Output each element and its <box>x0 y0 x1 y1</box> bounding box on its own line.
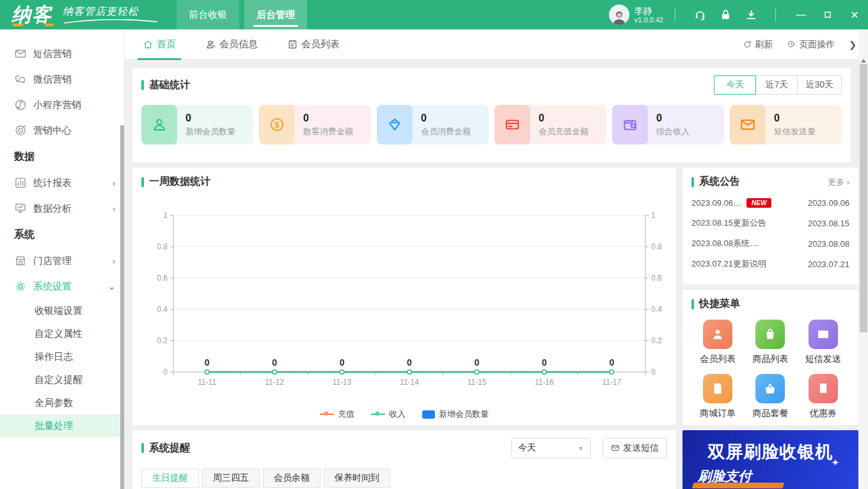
sidebar-subitem[interactable]: 全局参数 <box>0 391 124 414</box>
tabbar-chevron-icon[interactable]: ❯ <box>849 40 856 50</box>
legend-item[interactable]: 新增会员数量 <box>422 408 489 420</box>
bag-fill-icon <box>755 320 785 349</box>
user-info[interactable]: 李静 v1.0.0.42 <box>635 6 663 24</box>
announcement-row[interactable]: 2023.08.08系统…2023.08.08 <box>691 233 849 254</box>
tab-member[interactable]: 会员信息 <box>204 29 259 60</box>
sidebar: 短信营销微信营销小程序营销营销中心数据统计报表›数据分析›系统门店管理›系统设置… <box>0 29 125 489</box>
svg-text:11-16: 11-16 <box>535 378 554 387</box>
header-tab-backoffice[interactable]: 后台管理 <box>244 0 307 29</box>
sidebar-item[interactable]: 微信营销 <box>0 66 124 92</box>
stat-value: 0 <box>303 113 353 124</box>
svg-text:1: 1 <box>163 211 168 220</box>
sidebar-item-label: 门店管理 <box>33 255 72 267</box>
sidebar-item-label: 数据分析 <box>33 203 72 215</box>
quick-menu-item[interactable]: 短信发送 <box>805 320 841 365</box>
main-scrollbar-thumb[interactable] <box>860 64 867 332</box>
more-chevron-icon: › <box>847 177 849 187</box>
week-chart-panel: 一周数据统计 000.20.20.40.40.60.60.80.81111-11… <box>132 167 676 425</box>
maximize-icon[interactable] <box>814 0 841 29</box>
quick-menu-label: 商品列表 <box>752 353 788 365</box>
announcement-row[interactable]: 2023.08.15更新公告2023.08.15 <box>691 213 849 233</box>
range-button[interactable]: 近7天 <box>755 75 798 95</box>
sidebar-item[interactable]: 系统设置⌄ <box>0 274 124 299</box>
wechat-icon <box>14 73 27 86</box>
quick-menu-item[interactable]: 商品列表 <box>752 320 788 365</box>
announcements-more-link[interactable]: 更多 › <box>828 176 849 188</box>
scrollbar-up-arrow-icon[interactable] <box>861 59 866 63</box>
sidebar-item[interactable]: 小程序营销 <box>0 92 124 118</box>
basic-stats-title: 基础统计 <box>141 79 190 92</box>
list-icon <box>287 39 298 50</box>
legend-line-marker <box>371 414 385 415</box>
tab-home[interactable]: 首页 <box>141 29 177 60</box>
svg-text:0: 0 <box>475 357 480 368</box>
sidebar-scrollbar-thumb[interactable] <box>120 125 124 489</box>
announcement-row[interactable]: 2023.09.06…NEW2023.09.06 <box>691 192 849 213</box>
sidebar-section-label: 系统 <box>0 221 124 248</box>
sidebar-subitem[interactable]: 自定义属性 <box>0 322 124 345</box>
svg-text:11-12: 11-12 <box>265 378 284 387</box>
ad-banner[interactable]: 双屏刷脸收银机 刷脸支付 ✦ <box>683 430 858 489</box>
svg-text:0: 0 <box>542 357 547 368</box>
legend-label: 收入 <box>389 408 406 420</box>
send-sms-button[interactable]: 发送短信 <box>603 438 667 458</box>
quick-menu-item[interactable]: 商城订单 <box>700 374 736 419</box>
sidebar-item-label: 系统设置 <box>33 281 72 293</box>
doc-fill-icon <box>703 374 732 403</box>
chevron-right-icon: › <box>113 256 115 266</box>
store-icon <box>14 254 27 267</box>
sidebar-subitem[interactable]: 收银端设置 <box>0 299 124 322</box>
close-icon[interactable]: ✕ <box>841 0 868 29</box>
reminder-tab[interactable]: 保养时间到 <box>324 469 390 488</box>
page-ops-icon <box>787 40 796 49</box>
sidebar-subitem-label: 操作日志 <box>35 351 73 363</box>
support-headset-icon[interactable] <box>687 0 713 29</box>
legend-bar-marker <box>422 410 435 419</box>
sidebar-item[interactable]: 门店管理› <box>0 248 124 274</box>
legend-label: 充值 <box>338 408 354 420</box>
slogan-swoosh-line <box>63 19 159 24</box>
title-accent-bar <box>691 299 694 309</box>
stat-label: 散客消费金额 <box>303 126 353 137</box>
sparkle-icon: ✦ <box>831 457 839 469</box>
range-button[interactable]: 近30天 <box>797 75 842 95</box>
avatar[interactable] <box>609 4 629 25</box>
app-slogan-text: 纳客管店更轻松 <box>63 5 159 19</box>
range-button[interactable]: 今天 <box>714 75 756 95</box>
sidebar-item[interactable]: 统计报表› <box>0 170 124 196</box>
stat-card: 0综合收入 <box>612 105 724 144</box>
reminder-tab[interactable]: 会员余额 <box>263 469 320 488</box>
svg-text:11-11: 11-11 <box>198 378 216 387</box>
quick-menu-item[interactable]: 商品套餐 <box>752 374 788 419</box>
announcement-row[interactable]: 2023.07.21更新说明2023.07.21 <box>691 254 849 274</box>
reminder-date-select[interactable]: 今天 ▼ <box>511 438 591 458</box>
quick-menu-item[interactable]: 优惠券 <box>809 374 838 419</box>
sidebar-subitem[interactable]: 批量处理 <box>0 414 124 437</box>
download-icon[interactable] <box>738 0 764 29</box>
reminder-tab[interactable]: 生日提醒 <box>141 469 199 488</box>
svg-text:11-14: 11-14 <box>400 378 419 387</box>
sidebar-item[interactable]: 营销中心 <box>0 118 124 143</box>
reminder-tab[interactable]: 周三四五 <box>202 469 260 488</box>
header-tab-frontdesk[interactable]: 前台收银 <box>177 0 239 29</box>
legend-item[interactable]: 充值 <box>320 408 354 420</box>
quick-menu-item[interactable]: 会员列表 <box>700 320 736 365</box>
sidebar-item-label: 短信营销 <box>33 48 72 60</box>
sidebar-subitem-label: 自定义提醒 <box>35 374 83 386</box>
title-accent-bar <box>141 443 144 453</box>
week-chart: 000.20.20.40.40.60.60.80.81111-1111-1211… <box>141 203 667 405</box>
page-ops-button[interactable]: 页面操作 <box>787 39 835 50</box>
sidebar-item[interactable]: 短信营销 <box>0 41 124 66</box>
sidebar-subitem[interactable]: 自定义提醒 <box>0 368 124 391</box>
tab-list[interactable]: 会员列表 <box>286 29 341 60</box>
legend-item[interactable]: 收入 <box>371 408 406 420</box>
main-scrollbar[interactable] <box>859 29 868 489</box>
refresh-button[interactable]: 刷新 <box>743 39 773 50</box>
sidebar-subitem[interactable]: 操作日志 <box>0 345 124 368</box>
sidebar-item[interactable]: 数据分析› <box>0 196 124 221</box>
lock-icon[interactable] <box>713 0 738 29</box>
svg-text:0.4: 0.4 <box>651 305 662 314</box>
sidebar-item-label: 微信营销 <box>33 74 72 86</box>
minimize-icon[interactable]: — <box>787 0 814 29</box>
select-caret-icon: ▼ <box>578 445 584 452</box>
